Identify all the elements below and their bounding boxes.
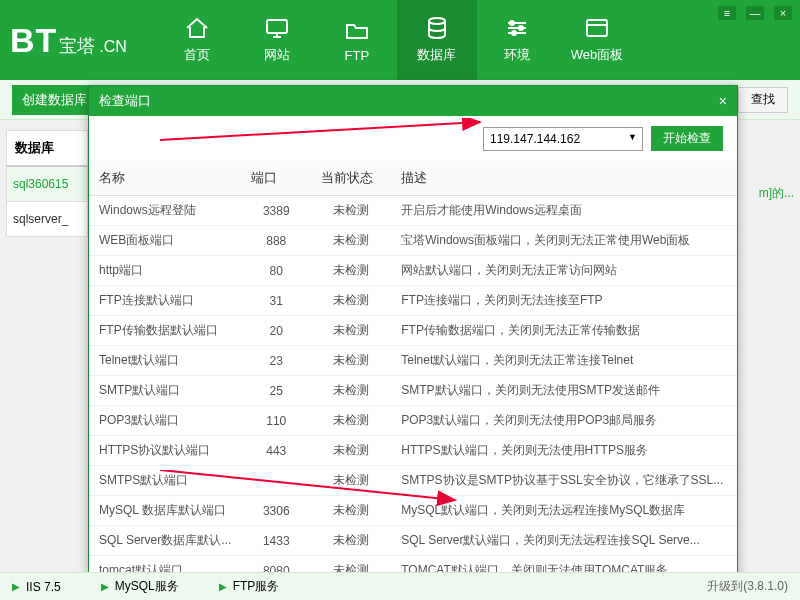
svg-point-2 bbox=[510, 21, 514, 25]
sidebar-item[interactable]: sql360615 bbox=[6, 167, 88, 202]
cell-name: WEB面板端口 bbox=[89, 226, 241, 256]
table-row[interactable]: MySQL 数据库默认端口3306未检测MySQL默认端口，关闭则无法远程连接M… bbox=[89, 496, 737, 526]
menu-button[interactable]: ≡ bbox=[718, 6, 736, 20]
cell-port: 3389 bbox=[241, 196, 311, 226]
table-row[interactable]: HTTPS协议默认端口443未检测HTTPS默认端口，关闭则无法使用HTTPS服… bbox=[89, 436, 737, 466]
table-row[interactable]: http端口80未检测网站默认端口，关闭则无法正常访问网站 bbox=[89, 256, 737, 286]
create-db-button[interactable]: 创建数据库 bbox=[12, 85, 97, 115]
minimize-button[interactable]: — bbox=[746, 6, 764, 20]
monitor-icon bbox=[262, 16, 292, 40]
ip-select-wrap bbox=[483, 127, 643, 151]
cell-port: 110 bbox=[241, 406, 311, 436]
table-row[interactable]: SMTPS默认端口未检测SMTPS协议是SMTP协议基于SSL安全协议，它继承了… bbox=[89, 466, 737, 496]
table-row[interactable]: FTP连接默认端口31未检测FTP连接端口，关闭则无法连接至FTP bbox=[89, 286, 737, 316]
cell-name: SMTPS默认端口 bbox=[89, 466, 241, 496]
cell-desc: POP3默认端口，关闭则无法使用POP3邮局服务 bbox=[391, 406, 737, 436]
cell-port: 3306 bbox=[241, 496, 311, 526]
modal-toolbar: 开始检查 bbox=[89, 116, 737, 161]
window-controls: ≡ — × bbox=[718, 6, 792, 20]
cell-desc: 宝塔Windows面板端口，关闭则无法正常使用Web面板 bbox=[391, 226, 737, 256]
cell-desc: FTP连接端口，关闭则无法连接至FTP bbox=[391, 286, 737, 316]
col-port: 端口 bbox=[241, 161, 311, 196]
cell-port: 20 bbox=[241, 316, 311, 346]
svg-rect-5 bbox=[587, 20, 607, 36]
start-check-button[interactable]: 开始检查 bbox=[651, 126, 723, 151]
service-mysql[interactable]: ▶MySQL服务 bbox=[101, 578, 179, 595]
ip-select[interactable] bbox=[483, 127, 643, 151]
nav-ftp[interactable]: FTP bbox=[317, 0, 397, 80]
modal-header[interactable]: 检查端口 × bbox=[89, 86, 737, 116]
table-row[interactable]: SQL Server数据库默认...1433未检测SQL Server默认端口，… bbox=[89, 526, 737, 556]
logo-zh: 宝塔 bbox=[59, 34, 95, 58]
cell-status: 未检测 bbox=[311, 376, 391, 406]
table-row[interactable]: SMTP默认端口25未检测SMTP默认端口，关闭则无法使用SMTP发送邮件 bbox=[89, 376, 737, 406]
service-iis[interactable]: ▶IIS 7.5 bbox=[12, 578, 61, 595]
nav-label: Web面板 bbox=[571, 46, 624, 64]
svg-point-1 bbox=[429, 18, 445, 24]
nav-home[interactable]: 首页 bbox=[157, 0, 237, 80]
db-sidebar: 数据库 sql360615 sqlserver_ bbox=[6, 130, 88, 237]
nav-label: 网站 bbox=[264, 46, 290, 64]
nav-site[interactable]: 网站 bbox=[237, 0, 317, 80]
logo-bt: BT bbox=[10, 21, 57, 60]
nav-webpanel[interactable]: Web面板 bbox=[557, 0, 637, 80]
sliders-icon bbox=[502, 16, 532, 40]
cell-desc: MySQL默认端口，关闭则无法远程连接MySQL数据库 bbox=[391, 496, 737, 526]
sidebar-item[interactable]: sqlserver_ bbox=[6, 202, 88, 237]
home-icon bbox=[182, 16, 212, 40]
play-icon: ▶ bbox=[101, 581, 109, 592]
cell-name: SQL Server数据库默认... bbox=[89, 526, 241, 556]
cell-name: MySQL 数据库默认端口 bbox=[89, 496, 241, 526]
port-table: 名称 端口 当前状态 描述 Windows远程登陆3389未检测开启后才能使用W… bbox=[89, 161, 737, 586]
version-label[interactable]: 升级到(3.8.1.0) bbox=[707, 578, 788, 595]
cell-desc: SMTP默认端口，关闭则无法使用SMTP发送邮件 bbox=[391, 376, 737, 406]
nav-env[interactable]: 环境 bbox=[477, 0, 557, 80]
service-ftp[interactable]: ▶FTP服务 bbox=[219, 578, 280, 595]
nav-label: 首页 bbox=[184, 46, 210, 64]
nav-database[interactable]: 数据库 bbox=[397, 0, 477, 80]
search-button[interactable]: 查找 bbox=[739, 87, 788, 113]
cell-port: 31 bbox=[241, 286, 311, 316]
close-button[interactable]: × bbox=[774, 6, 792, 20]
browser-icon bbox=[582, 16, 612, 40]
cell-status: 未检测 bbox=[311, 436, 391, 466]
table-row[interactable]: Telnet默认端口23未检测Telnet默认端口，关闭则无法正常连接Telne… bbox=[89, 346, 737, 376]
cell-port: 443 bbox=[241, 436, 311, 466]
cell-desc: 开启后才能使用Windows远程桌面 bbox=[391, 196, 737, 226]
cell-status: 未检测 bbox=[311, 466, 391, 496]
table-row[interactable]: WEB面板端口888未检测宝塔Windows面板端口，关闭则无法正常使用Web面… bbox=[89, 226, 737, 256]
logo-cn: .CN bbox=[99, 38, 127, 56]
cell-name: Telnet默认端口 bbox=[89, 346, 241, 376]
play-icon: ▶ bbox=[219, 581, 227, 592]
service-label: IIS 7.5 bbox=[26, 580, 61, 594]
cell-status: 未检测 bbox=[311, 526, 391, 556]
cell-status: 未检测 bbox=[311, 316, 391, 346]
table-row[interactable]: POP3默认端口110未检测POP3默认端口，关闭则无法使用POP3邮局服务 bbox=[89, 406, 737, 436]
cell-name: FTP传输数据默认端口 bbox=[89, 316, 241, 346]
cell-port bbox=[241, 466, 311, 496]
table-row[interactable]: Windows远程登陆3389未检测开启后才能使用Windows远程桌面 bbox=[89, 196, 737, 226]
cell-status: 未检测 bbox=[311, 496, 391, 526]
col-status: 当前状态 bbox=[311, 161, 391, 196]
cell-status: 未检测 bbox=[311, 226, 391, 256]
svg-point-3 bbox=[519, 26, 523, 30]
cell-status: 未检测 bbox=[311, 286, 391, 316]
folder-icon bbox=[342, 18, 372, 42]
cell-desc: SQL Server默认端口，关闭则无法远程连接SQL Serve... bbox=[391, 526, 737, 556]
cell-desc: FTP传输数据端口，关闭则无法正常传输数据 bbox=[391, 316, 737, 346]
status-services: ▶IIS 7.5 ▶MySQL服务 ▶FTP服务 bbox=[12, 578, 279, 595]
close-icon[interactable]: × bbox=[719, 93, 727, 109]
cell-port: 888 bbox=[241, 226, 311, 256]
cell-name: HTTPS协议默认端口 bbox=[89, 436, 241, 466]
col-desc: 描述 bbox=[391, 161, 737, 196]
service-label: FTP服务 bbox=[233, 578, 280, 595]
cell-port: 1433 bbox=[241, 526, 311, 556]
cell-status: 未检测 bbox=[311, 196, 391, 226]
cell-port: 25 bbox=[241, 376, 311, 406]
database-icon bbox=[422, 16, 452, 40]
status-bar: ▶IIS 7.5 ▶MySQL服务 ▶FTP服务 升级到(3.8.1.0) bbox=[0, 572, 800, 600]
nav-menu: 首页 网站 FTP 数据库 环境 Web面板 bbox=[157, 0, 637, 80]
truncated-text: m]的... bbox=[759, 185, 794, 202]
nav-label: 环境 bbox=[504, 46, 530, 64]
table-row[interactable]: FTP传输数据默认端口20未检测FTP传输数据端口，关闭则无法正常传输数据 bbox=[89, 316, 737, 346]
